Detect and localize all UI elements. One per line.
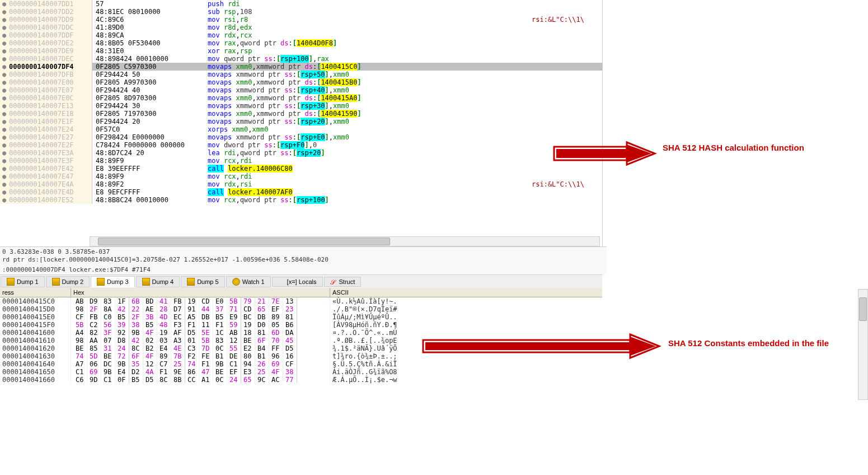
disasm-row[interactable]: ●0000000140007DD157push rdi xyxy=(0,0,602,8)
instruction-column: call locker.140007AF0 xyxy=(205,188,602,196)
bytes-column: 4C:89C6 xyxy=(92,16,205,24)
disasm-row[interactable]: ●0000000140007DFB0F294424 50movaps xmmwo… xyxy=(0,71,602,78)
instruction-column: movaps xmm0,xmmword ptr ds:[1400415A0] xyxy=(205,94,602,102)
memory-icon xyxy=(97,278,105,286)
disasm-row[interactable]: ●0000000140007E2FC78424 F0000000 000000m… xyxy=(0,141,602,149)
hex-bytes: A4823F929B4F19AFD55E1CAB18816DDA xyxy=(71,329,330,337)
tab-dump-4[interactable]: Dump 4 xyxy=(136,276,180,287)
hex-row[interactable]: 00001400415E0CFFBC0B52F3B4DECA5DBB5E9BCD… xyxy=(0,313,602,321)
disasm-row[interactable]: ●0000000140007E0C0F2805 8D970300movaps x… xyxy=(0,94,602,102)
address-gutter[interactable]: ●0000000140007DE2 xyxy=(0,39,92,47)
bytes-column: 0F2805 71970300 xyxy=(92,110,205,118)
instruction-column: sub rsp,108 xyxy=(205,8,602,16)
address-gutter[interactable]: ●0000000140007DE9 xyxy=(0,47,92,55)
disasm-row[interactable]: ●0000000140007E000F2805 A9970300movaps x… xyxy=(0,78,602,86)
instruction-column: movaps xmmword ptr ss:[rsp+40],xmm0 xyxy=(205,86,602,94)
hex-address: 0000140041640 xyxy=(0,360,71,368)
address-gutter[interactable]: ●0000000140007DFB xyxy=(0,71,92,78)
disasm-row[interactable]: ●0000000140007E3A48:8D7C24 20lea rdi,qwo… xyxy=(0,149,602,157)
bytes-column: 57 xyxy=(92,0,205,8)
hex-row[interactable]: 00001400415C0ABD9831F6BBD41FB19CDE05B792… xyxy=(0,297,602,305)
disasm-row[interactable]: ●0000000140007E3F48:89F9mov rcx,rdi xyxy=(0,157,602,165)
tab-watch-1[interactable]: Watch 1 xyxy=(226,276,271,287)
address-gutter[interactable]: ●0000000140007DF4 xyxy=(0,63,92,71)
status-info: 0 3.63283e-038 0 3.58785e-037 rd ptr ds:… xyxy=(0,246,607,274)
bytes-column: 48:898424 00010000 xyxy=(92,55,205,63)
address-gutter[interactable]: ●0000000140007E0C xyxy=(0,94,92,102)
hex-address: 0000140041650 xyxy=(0,368,71,376)
instruction-column: mov rcx,rdi xyxy=(205,173,602,180)
address-gutter[interactable]: ●0000000140007E42 xyxy=(0,165,92,173)
hex-row[interactable]: 0000140041660C69DC10FB5D58C8BCCA10C24659… xyxy=(0,376,602,384)
horizontal-scrollbar[interactable] xyxy=(90,236,600,246)
hex-bytes: 98AA07D8420203A3015B8312BE6F7045 xyxy=(71,337,330,344)
tab-dump-1[interactable]: Dump 1 xyxy=(1,276,45,287)
address-gutter[interactable]: ●0000000140007E52 xyxy=(0,196,92,204)
disasm-row[interactable]: ●0000000140007E070F294424 40movaps xmmwo… xyxy=(0,86,602,94)
address-gutter[interactable]: ●0000000140007E3F xyxy=(0,157,92,165)
tab-struct[interactable]: 𝒮Struct xyxy=(324,277,362,287)
address-gutter[interactable]: ●0000000140007DDF xyxy=(0,31,92,39)
disasm-row[interactable]: ●0000000140007E5248:8B8C24 00010000mov r… xyxy=(0,196,602,204)
disasm-row[interactable]: ●0000000140007E180F2805 71970300movaps x… xyxy=(0,110,602,118)
disasm-row[interactable]: ●0000000140007DD94C:89C6mov rsi,r8rsi:&L… xyxy=(0,16,602,24)
address-gutter[interactable]: ●0000000140007DDC xyxy=(0,24,92,31)
bytes-column: 0F2805 A9970300 xyxy=(92,78,205,86)
disasm-row[interactable]: ●0000000140007DDC41:89D0mov r8d,edx xyxy=(0,24,602,31)
comment-column: rsi:&L"C:\\1\ xyxy=(532,180,584,188)
hex-vertical-scrollbar[interactable] xyxy=(858,289,868,400)
disasm-row[interactable]: ●0000000140007DF40F2805 C5970300movaps x… xyxy=(0,63,602,71)
dump-tab-bar: Dump 1Dump 2Dump 3Dump 4Dump 5Watch 1[x=… xyxy=(0,274,602,289)
hex-row[interactable]: 00001400415D0982F8A4222AE28D791443771CD6… xyxy=(0,305,602,313)
instruction-column: mov dword ptr ss:[rsp+F0],0 xyxy=(205,141,602,149)
address-gutter[interactable]: ●0000000140007E18 xyxy=(0,110,92,118)
disasm-row[interactable]: ●0000000140007E240F57C0xorps xmm0,xmm0 xyxy=(0,125,602,133)
tab-dump-3[interactable]: Dump 3 xyxy=(91,276,135,287)
bytes-column: 48:8B05 0F530400 xyxy=(92,39,205,47)
address-gutter[interactable]: ●0000000140007E1F xyxy=(0,118,92,125)
address-gutter[interactable]: ●0000000140007E00 xyxy=(0,78,92,86)
memory-icon xyxy=(7,278,15,286)
disasm-row[interactable]: ●0000000140007E4A48:89F2mov rdx,rsirsi:&… xyxy=(0,180,602,188)
hex-ascii: [ÂV98µHóñ.ñY.Ð.¶ xyxy=(330,321,397,329)
address-gutter[interactable]: ●0000000140007E4D xyxy=(0,188,92,196)
disasm-row[interactable]: ●0000000140007E130F294424 30movaps xmmwo… xyxy=(0,102,602,110)
disasm-row[interactable]: ●0000000140007DE948:31E0xor rax,rsp xyxy=(0,47,602,55)
bytes-column: E8 39EEFFFF xyxy=(92,165,205,173)
info-line-1: 0 3.63283e-038 0 3.58785e-037 xyxy=(2,248,604,256)
address-gutter[interactable]: ●0000000140007DD2 xyxy=(0,8,92,16)
instruction-column: movaps xmm0,xmmword ptr ds:[1400415B0] xyxy=(205,78,602,86)
hex-ascii: Æ.Á.µÕ..Ì¡.$e.¬w xyxy=(330,376,397,384)
disasm-row[interactable]: ●0000000140007E4748:89F9mov rcx,rdi xyxy=(0,173,602,180)
disasm-row[interactable]: ●0000000140007E270F298424 E0000000movaps… xyxy=(0,133,602,141)
tab--x-locals[interactable]: [x=] Locals xyxy=(272,277,323,287)
address-gutter[interactable]: ●0000000140007E3A xyxy=(0,149,92,157)
hex-address: 00001400415E0 xyxy=(0,313,71,321)
hex-header: ress Hex ASCII xyxy=(0,288,602,297)
disasm-row[interactable]: ●0000000140007E42E8 39EEFFFFcall locker.… xyxy=(0,165,602,173)
tab-dump-5[interactable]: Dump 5 xyxy=(181,276,225,287)
tab-dump-2[interactable]: Dump 2 xyxy=(46,276,90,287)
disasm-row[interactable]: ●0000000140007DE248:8B05 0F530400mov rax… xyxy=(0,39,602,47)
disassembly-panel[interactable]: ●0000000140007DD157push rdi●000000014000… xyxy=(0,0,603,246)
disasm-row[interactable]: ●0000000140007E4DE8 9EFCFFFFcall locker.… xyxy=(0,188,602,196)
address-gutter[interactable]: ●0000000140007E27 xyxy=(0,133,92,141)
disasm-row[interactable]: ●0000000140007E1F0F294424 20movaps xmmwo… xyxy=(0,118,602,125)
instruction-column: lea rdi,qword ptr ss:[rsp+20] xyxy=(205,149,602,157)
address-gutter[interactable]: ●0000000140007E13 xyxy=(0,102,92,110)
hex-row[interactable]: 0000140041650C1699BE4D24AF19E8647BEEFE32… xyxy=(0,368,602,376)
address-gutter[interactable]: ●0000000140007E47 xyxy=(0,173,92,180)
bytes-column: E8 9EFCFFFF xyxy=(92,188,205,196)
address-gutter[interactable]: ●0000000140007DEC xyxy=(0,55,92,63)
address-gutter[interactable]: ●0000000140007E4A xyxy=(0,180,92,188)
address-gutter[interactable]: ●0000000140007DD9 xyxy=(0,16,92,24)
disasm-row[interactable]: ●0000000140007DEC48:898424 00010000mov q… xyxy=(0,55,602,63)
address-gutter[interactable]: ●0000000140007E2F xyxy=(0,141,92,149)
hex-address: 0000140041620 xyxy=(0,344,71,352)
disasm-row[interactable]: ●0000000140007DD248:81EC 08010000sub rsp… xyxy=(0,8,602,16)
disasm-row[interactable]: ●0000000140007DDF48:89CAmov rdx,rcx xyxy=(0,31,602,39)
hex-row[interactable]: 00001400415F05BC2563938B548F3F111F15919D… xyxy=(0,321,602,329)
address-gutter[interactable]: ●0000000140007E24 xyxy=(0,125,92,133)
address-gutter[interactable]: ●0000000140007DD1 xyxy=(0,0,92,8)
address-gutter[interactable]: ●0000000140007E07 xyxy=(0,86,92,94)
